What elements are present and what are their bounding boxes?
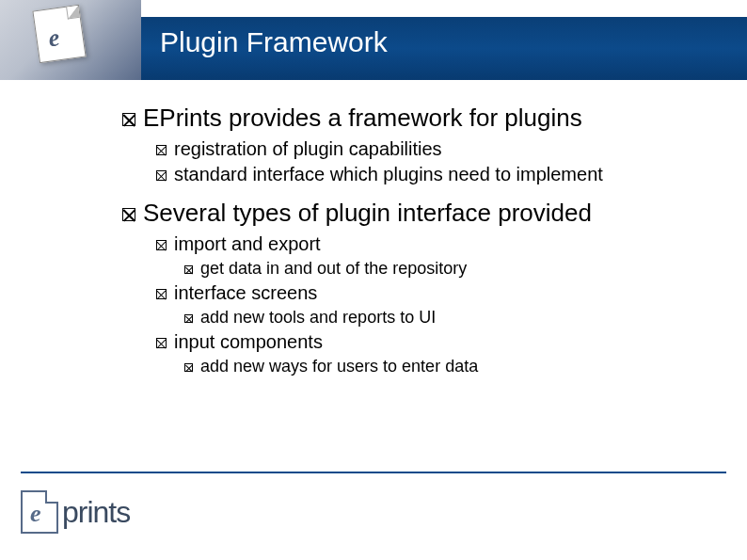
logo-text: prints [62, 495, 130, 530]
bullet-text: Several types of plugin interface provid… [143, 199, 592, 228]
bullet-level1: EPrints provides a framework for plugins [122, 104, 709, 133]
bullet-level2: import and export [156, 233, 709, 255]
footer-logo: e prints [21, 490, 130, 534]
slide-title: Plugin Framework [160, 26, 388, 58]
bullet-box-icon [156, 145, 167, 155]
bullet-box-icon [184, 314, 193, 323]
bullet-text: import and export [174, 233, 321, 255]
spacer [122, 189, 709, 199]
bullet-level2: registration of plugin capabilities [156, 138, 709, 160]
bullet-box-icon [122, 208, 135, 221]
header-spacer [141, 0, 747, 17]
bullet-box-icon [156, 240, 167, 250]
bullet-level3: get data in and out of the repository [184, 259, 709, 279]
footer-divider [21, 472, 726, 473]
bullet-text: get data in and out of the repository [200, 259, 467, 279]
bullet-level1: Several types of plugin interface provid… [122, 199, 709, 228]
bullet-box-icon [184, 363, 193, 372]
bullet-box-icon [156, 338, 167, 348]
bullet-box-icon [184, 265, 193, 274]
bullet-text: EPrints provides a framework for plugins [143, 104, 582, 133]
logo-document-icon: e [21, 490, 58, 534]
bullet-box-icon [156, 289, 167, 299]
bullet-text: input components [174, 331, 323, 353]
bullet-level2: interface screens [156, 282, 709, 304]
bullet-box-icon [122, 113, 135, 126]
title-bar: Plugin Framework [141, 17, 747, 80]
bullet-level3: add new ways for users to enter data [184, 357, 709, 376]
bullet-level3: add new tools and reports to UI [184, 308, 709, 328]
document-icon: e [32, 5, 86, 63]
bullet-text: add new tools and reports to UI [200, 308, 436, 328]
bullet-level2: standard interface which plugins need to… [156, 164, 709, 185]
bullet-text: standard interface which plugins need to… [174, 164, 603, 185]
bullet-text: add new ways for users to enter data [200, 357, 478, 376]
slide-content: EPrints provides a framework for plugins… [122, 104, 709, 380]
header-decorative-image: e [0, 0, 141, 80]
bullet-box-icon [156, 170, 167, 181]
bullet-text: registration of plugin capabilities [174, 138, 442, 160]
logo-letter-e: e [30, 500, 41, 528]
icon-letter-e: e [47, 24, 62, 53]
bullet-text: interface screens [174, 282, 317, 304]
bullet-level2: input components [156, 331, 709, 353]
